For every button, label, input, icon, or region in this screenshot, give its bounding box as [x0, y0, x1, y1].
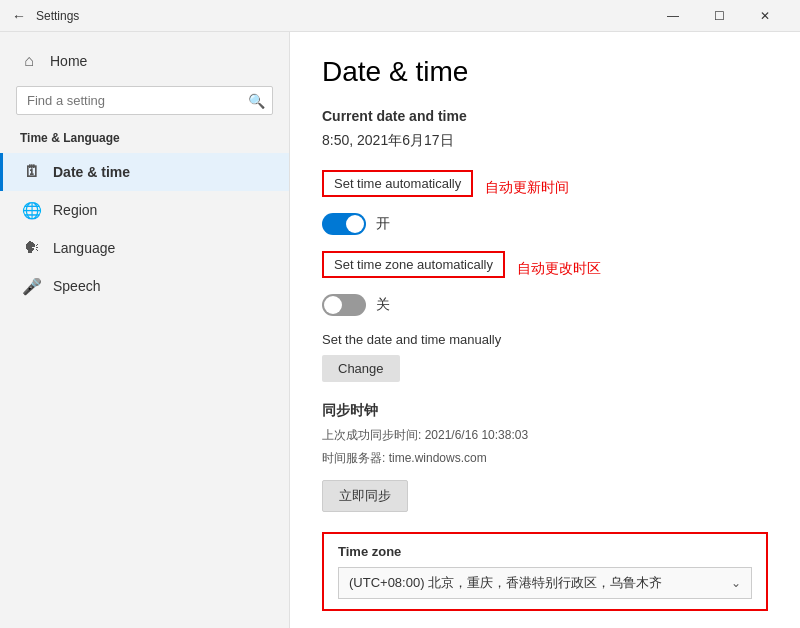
sidebar-item-date-time-label: Date & time	[53, 164, 130, 180]
change-button[interactable]: Change	[322, 355, 400, 382]
set-time-auto-row: Set time automatically 自动更新时间 开	[322, 170, 768, 235]
toggle-slider-on	[322, 213, 366, 235]
set-time-auto-annotation: 自动更新时间	[485, 179, 569, 197]
toggle-on-label: 开	[376, 215, 390, 233]
toggle-knob	[346, 215, 364, 233]
sidebar-item-home[interactable]: ⌂ Home	[0, 44, 289, 78]
manual-section-label: Set the date and time manually	[322, 332, 768, 347]
search-icon: 🔍	[248, 93, 265, 109]
set-time-auto-toggle[interactable]	[322, 213, 366, 235]
sync-button[interactable]: 立即同步	[322, 480, 408, 512]
back-icon[interactable]: ←	[12, 8, 26, 24]
sync-info-line2: 时间服务器: time.windows.com	[322, 449, 768, 468]
current-time-value: 8:50, 2021年6月17日	[322, 132, 768, 150]
current-date-time-label: Current date and time	[322, 108, 768, 124]
set-timezone-auto-toggle[interactable]	[322, 294, 366, 316]
toggle-knob-off	[324, 296, 342, 314]
title-bar-title: Settings	[36, 9, 79, 23]
set-timezone-auto-annotation: 自动更改时区	[517, 260, 601, 278]
sidebar-home-label: Home	[50, 53, 87, 69]
main-layout: ⌂ Home 🔍 Time & Language 🗓 Date & time 🌐…	[0, 32, 800, 628]
content-area: Date & time Current date and time 8:50, …	[290, 32, 800, 628]
timezone-select-row: (UTC+08:00) 北京，重庆，香港特别行政区，乌鲁木齐 ⌄	[338, 567, 752, 599]
title-bar: ← Settings — ☐ ✕	[0, 0, 800, 32]
sidebar-item-speech-label: Speech	[53, 278, 100, 294]
maximize-button[interactable]: ☐	[696, 0, 742, 32]
sidebar-item-language[interactable]: 🗣 Language	[0, 229, 289, 267]
timezone-section: Time zone (UTC+08:00) 北京，重庆，香港特别行政区，乌鲁木齐…	[322, 532, 768, 611]
sync-section: 同步时钟 上次成功同步时间: 2021/6/16 10:38:03 时间服务器:…	[322, 402, 768, 512]
timezone-label: Time zone	[338, 544, 752, 559]
sidebar-item-language-label: Language	[53, 240, 115, 256]
region-icon: 🌐	[23, 201, 41, 219]
speech-icon: 🎤	[23, 277, 41, 295]
chevron-down-icon: ⌄	[731, 576, 741, 590]
set-timezone-auto-toggle-row: 关	[322, 294, 768, 316]
sidebar-item-speech[interactable]: 🎤 Speech	[0, 267, 289, 305]
sidebar: ⌂ Home 🔍 Time & Language 🗓 Date & time 🌐…	[0, 32, 290, 628]
sync-title: 同步时钟	[322, 402, 768, 420]
sidebar-item-region[interactable]: 🌐 Region	[0, 191, 289, 229]
minimize-button[interactable]: —	[650, 0, 696, 32]
date-time-icon: 🗓	[23, 163, 41, 181]
language-icon: 🗣	[23, 239, 41, 257]
set-timezone-auto-label: Set time zone automatically	[322, 251, 505, 278]
search-input[interactable]	[16, 86, 273, 115]
toggle-slider-off	[322, 294, 366, 316]
sync-info-line1: 上次成功同步时间: 2021/6/16 10:38:03	[322, 426, 768, 445]
page-title: Date & time	[322, 56, 768, 88]
set-timezone-auto-row: Set time zone automatically 自动更改时区 关	[322, 251, 768, 316]
sidebar-item-region-label: Region	[53, 202, 97, 218]
set-time-auto-toggle-row: 开	[322, 213, 768, 235]
manual-date-time-row: Set the date and time manually Change	[322, 332, 768, 382]
timezone-value-text: (UTC+08:00) 北京，重庆，香港特别行政区，乌鲁木齐	[349, 574, 662, 592]
sidebar-item-date-time[interactable]: 🗓 Date & time	[0, 153, 289, 191]
close-button[interactable]: ✕	[742, 0, 788, 32]
timezone-select[interactable]: (UTC+08:00) 北京，重庆，香港特别行政区，乌鲁木齐 ⌄	[338, 567, 752, 599]
toggle-off-label: 关	[376, 296, 390, 314]
title-bar-controls: — ☐ ✕	[650, 0, 788, 32]
home-icon: ⌂	[20, 52, 38, 70]
set-time-auto-label: Set time automatically	[322, 170, 473, 197]
sidebar-search: 🔍	[16, 86, 273, 115]
sidebar-section-label: Time & Language	[0, 127, 289, 153]
